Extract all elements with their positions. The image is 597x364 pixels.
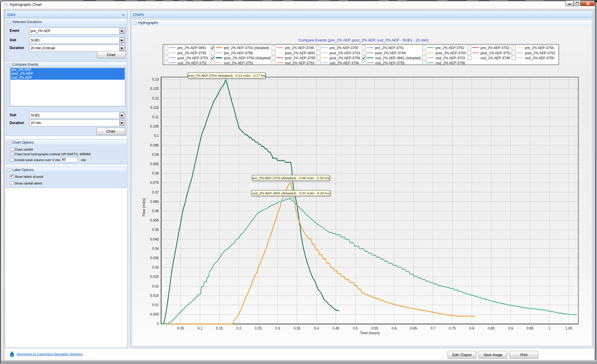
svg-text:osd_2% AEP-3691 (Adopted) - 0.: osd_2% AEP-3691 (Adopted) - 0.07 m3/s - … <box>252 191 330 195</box>
svg-text:pre_2% AEP-3751: pre_2% AEP-3751 <box>375 46 404 50</box>
svg-text:osd_2% AEP-3752: osd_2% AEP-3752 <box>224 61 253 65</box>
svg-text:0.9: 0.9 <box>508 326 513 330</box>
svg-text:0.55: 0.55 <box>371 326 378 330</box>
svg-text:osd_2% AEP-3756: osd_2% AEP-3756 <box>436 61 465 65</box>
svg-text:1: 1 <box>549 326 551 330</box>
svg-text:0.08: 0.08 <box>152 171 159 175</box>
svg-text:0.025: 0.025 <box>150 275 159 279</box>
svg-text:0.01: 0.01 <box>152 303 159 307</box>
svg-text:1.05: 1.05 <box>565 326 572 330</box>
svg-text:0.05: 0.05 <box>152 228 159 232</box>
svg-text:0.005: 0.005 <box>150 312 159 316</box>
svg-text:post_2% AEP-3756: post_2% AEP-3756 <box>330 56 360 60</box>
svg-text:0.12: 0.12 <box>152 96 159 100</box>
svg-text:0.3: 0.3 <box>275 326 280 330</box>
svg-text:post_2% AEP-3749: post_2% AEP-3749 <box>375 51 405 55</box>
svg-text:pre_2% AEP-3753: pre_2% AEP-3753 <box>481 46 509 50</box>
svg-text:0.2: 0.2 <box>236 326 241 330</box>
svg-text:pre_2% AEP-3691: pre_2% AEP-3691 <box>177 46 206 50</box>
svg-text:post_2% AEP-3703: post_2% AEP-3703 <box>330 51 360 55</box>
svg-text:0.02: 0.02 <box>152 284 159 288</box>
svg-text:0.85: 0.85 <box>488 326 495 330</box>
svg-text:0.03: 0.03 <box>152 265 159 269</box>
svg-text:post_2% AEP-3750: post_2% AEP-3750 <box>436 51 466 55</box>
svg-text:0.095: 0.095 <box>150 143 159 147</box>
svg-text:Flow (m3/s): Flow (m3/s) <box>142 198 146 217</box>
svg-text:pre_2% AEP-3756: pre_2% AEP-3756 <box>224 51 253 55</box>
svg-text:0.8: 0.8 <box>469 326 474 330</box>
svg-text:post_2% AEP-3753: post_2% AEP-3753 <box>177 56 208 60</box>
svg-text:pre_2% AEP-3750: pre_2% AEP-3750 <box>330 46 358 50</box>
svg-text:osd_2% AEP-3691 (Adopted): osd_2% AEP-3691 (Adopted) <box>375 56 421 60</box>
svg-text:osd_2% AEP-3754: osd_2% AEP-3754 <box>330 61 359 65</box>
svg-text:0.035: 0.035 <box>150 256 159 260</box>
svg-text:osd_2% AEP-3750: osd_2% AEP-3750 <box>525 56 554 60</box>
svg-text:0.065: 0.065 <box>150 200 159 204</box>
svg-text:0.95: 0.95 <box>527 326 534 330</box>
svg-text:0.085: 0.085 <box>150 162 159 166</box>
svg-text:0.35: 0.35 <box>294 326 301 330</box>
svg-text:post_2% AEP-3754 (Adopted): post_2% AEP-3754 (Adopted) <box>224 56 271 60</box>
svg-text:0.75: 0.75 <box>449 326 456 330</box>
svg-text:0.115: 0.115 <box>150 106 159 110</box>
svg-text:post_2% AEP-3751: post_2% AEP-3751 <box>481 51 511 55</box>
svg-text:Compare Events (pre_2% AEP, po: Compare Events (pre_2% AEP, post_2% AEP,… <box>298 38 428 42</box>
svg-text:0.015: 0.015 <box>150 294 159 298</box>
svg-text:0.055: 0.055 <box>150 218 159 222</box>
svg-text:0.045: 0.045 <box>150 237 159 241</box>
svg-text:0.45: 0.45 <box>333 326 340 330</box>
svg-text:0.15: 0.15 <box>216 326 223 330</box>
svg-text:0.09: 0.09 <box>152 153 159 157</box>
svg-text:0.075: 0.075 <box>150 181 159 185</box>
svg-text:osd_2% AEP-3755: osd_2% AEP-3755 <box>375 61 405 65</box>
svg-text:0.5: 0.5 <box>353 326 358 330</box>
svg-text:0.04: 0.04 <box>152 247 159 251</box>
svg-text:0.65: 0.65 <box>410 326 417 330</box>
svg-text:post_2% AEP-3752: post_2% AEP-3752 <box>525 51 555 55</box>
svg-text:Time (hours): Time (hours) <box>360 331 380 335</box>
svg-text:0.1: 0.1 <box>198 326 203 330</box>
svg-text:0.05: 0.05 <box>177 326 184 330</box>
svg-text:osd_2% AEP-3751: osd_2% AEP-3751 <box>177 61 207 65</box>
svg-text:0.125: 0.125 <box>150 87 159 91</box>
svg-text:pre_2% AEP-3703 (Adopted) - 0.: pre_2% AEP-3703 (Adopted) - 0.08 m3/s - … <box>253 176 329 180</box>
svg-text:post_2% AEP-3691: post_2% AEP-3691 <box>285 51 315 55</box>
svg-text:osd_2% AEP-3753: osd_2% AEP-3753 <box>285 61 314 65</box>
svg-text:0.11: 0.11 <box>152 115 159 119</box>
svg-text:0.1: 0.1 <box>154 134 159 138</box>
svg-text:0.13: 0.13 <box>152 77 159 81</box>
svg-text:pre_2% AEP-3754: pre_2% AEP-3754 <box>525 46 554 50</box>
svg-text:osd_2% AEP-3703: osd_2% AEP-3703 <box>436 56 465 60</box>
svg-text:post_2% AEP-3754 (Adopted) - 0: post_2% AEP-3754 (Adopted) - 0.13 m3/s -… <box>187 74 266 77</box>
svg-text:0.4: 0.4 <box>314 326 319 330</box>
svg-text:pre_2% AEP-3703 (Adopted): pre_2% AEP-3703 (Adopted) <box>224 46 269 50</box>
svg-text:pre_2% AEP-3755: pre_2% AEP-3755 <box>177 51 206 55</box>
svg-text:pre_2% AEP-3752: pre_2% AEP-3752 <box>436 46 464 50</box>
svg-text:0.25: 0.25 <box>255 326 262 330</box>
svg-text:osd_2% AEP-3749: osd_2% AEP-3749 <box>481 56 510 60</box>
svg-text:0.6: 0.6 <box>392 326 397 330</box>
svg-text:0: 0 <box>157 322 159 326</box>
svg-text:0.7: 0.7 <box>431 326 436 330</box>
svg-text:pre_2% AEP-3749: pre_2% AEP-3749 <box>285 46 314 50</box>
svg-text:0.07: 0.07 <box>152 190 159 194</box>
svg-text:0.105: 0.105 <box>150 124 159 128</box>
svg-text:post_2% AEP-3755: post_2% AEP-3755 <box>285 56 315 60</box>
svg-text:0.06: 0.06 <box>152 209 159 213</box>
